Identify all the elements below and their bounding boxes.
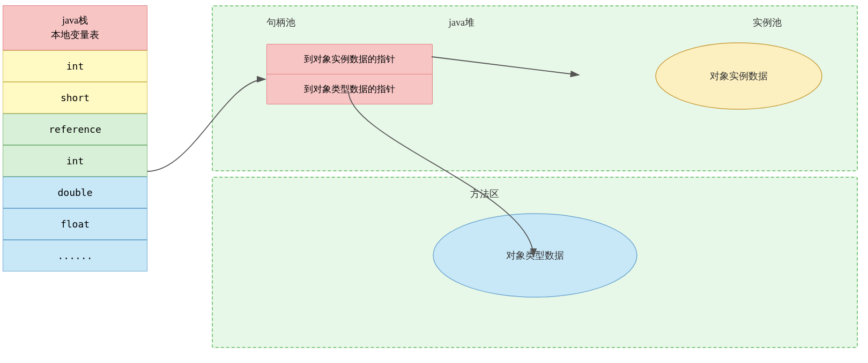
stack-cell-short: short <box>3 82 147 114</box>
top-green-region: 句柄池 java堆 实例池 到对象实例数据的指针 到对象类型数据的指针 对象实例… <box>212 5 858 171</box>
stack-title-line2: 本地变量表 <box>51 29 99 40</box>
stack-cell-int2: int <box>3 145 147 177</box>
stack-cell-ellipsis: ...... <box>3 240 147 271</box>
stack-header: java栈 本地变量表 <box>3 5 147 50</box>
instance-oval: 对象实例数据 <box>653 39 825 114</box>
bottom-green-region: 方法区 对象类型数据 <box>212 177 858 348</box>
instance-pool-label: 实例池 <box>753 16 782 29</box>
handle-box: 到对象实例数据的指针 到对象类型数据的指针 <box>266 44 433 104</box>
handle-row1: 到对象实例数据的指针 <box>267 44 432 74</box>
stack-cell-double: double <box>3 177 147 208</box>
stack-cell-int1: int <box>3 50 147 82</box>
java-heap-label: java堆 <box>449 16 474 29</box>
diagram: java栈 本地变量表 int short reference int doub… <box>0 0 868 363</box>
svg-text:对象类型数据: 对象类型数据 <box>506 250 564 261</box>
stack-cell-float: float <box>3 208 147 240</box>
java-stack: java栈 本地变量表 int short reference int doub… <box>3 5 147 271</box>
method-oval: 对象类型数据 <box>428 210 642 301</box>
handle-pool-label: 句柄池 <box>266 16 295 29</box>
handle-row2: 到对象类型数据的指针 <box>267 74 432 104</box>
svg-text:对象实例数据: 对象实例数据 <box>710 71 768 81</box>
stack-title-line1: java栈 <box>62 15 88 26</box>
stack-cell-reference: reference <box>3 114 147 145</box>
method-area-label: 方法区 <box>470 187 499 200</box>
